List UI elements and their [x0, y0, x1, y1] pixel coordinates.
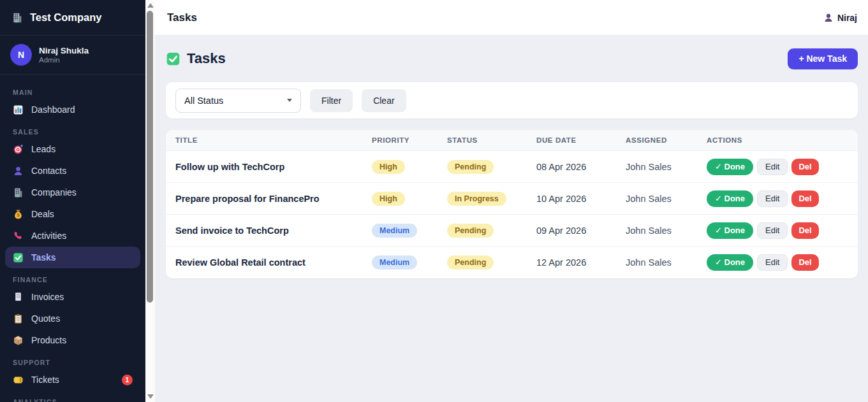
sidebar-item-label: Tasks — [31, 252, 56, 262]
sidebar-item-tasks[interactable]: Tasks — [5, 247, 140, 268]
task-title: Prepare proposal for FinancePro — [166, 183, 362, 215]
sidebar-item-contacts[interactable]: Contacts — [0, 160, 145, 182]
moneybag-icon: $ — [13, 209, 24, 220]
sidebar-item-deals[interactable]: $ Deals — [0, 203, 145, 225]
dashboard-icon — [13, 104, 24, 115]
assigned-to: John Sales — [616, 151, 697, 183]
done-button[interactable]: ✓ Done — [707, 222, 753, 239]
status-badge: Pending — [447, 160, 494, 174]
user-icon — [823, 13, 834, 23]
row-actions: ✓ Done Edit Del — [707, 254, 848, 271]
priority-badge: Medium — [372, 224, 417, 238]
column-header-assigned: ASSIGNED — [616, 130, 697, 151]
filter-bar: All Status Filter Clear — [166, 82, 858, 118]
section-label-support: SUPPORT — [0, 351, 145, 369]
sidebar-item-tickets[interactable]: Tickets 1 — [0, 369, 145, 391]
main-area: Tasks Niraj Tasks + New Task All Status … — [155, 0, 868, 402]
topbar-user-menu[interactable]: Niraj — [823, 13, 857, 23]
sidebar-item-label: Tickets — [31, 375, 59, 385]
user-info: Niraj Shukla Admin — [39, 46, 89, 64]
edit-button[interactable]: Edit — [757, 159, 788, 175]
sidebar-item-invoices[interactable]: Invoices — [0, 286, 145, 308]
target-icon — [13, 144, 24, 155]
clipboard-icon — [13, 313, 24, 324]
page-title: Tasks — [187, 50, 226, 67]
sidebar-item-label: Contacts — [31, 166, 66, 176]
sidebar-item-label: Invoices — [31, 292, 64, 302]
sidebar-item-label: Dashboard — [31, 104, 75, 115]
topbar: Tasks Niraj — [155, 0, 868, 36]
ticket-icon — [13, 375, 24, 385]
check-icon — [13, 252, 24, 263]
table-row: Send invoice to TechCorp Medium Pending … — [166, 215, 858, 247]
delete-button[interactable]: Del — [791, 222, 818, 239]
table-row: Prepare proposal for FinancePro High In … — [166, 183, 858, 215]
company-name: Test Company — [30, 11, 101, 24]
filter-button[interactable]: Filter — [310, 89, 353, 112]
edit-button[interactable]: Edit — [757, 254, 788, 271]
sidebar-item-label: Deals — [31, 209, 54, 219]
scroll-up-arrow-icon[interactable] — [147, 3, 154, 8]
delete-button[interactable]: Del — [791, 254, 818, 271]
user-card[interactable]: N Niraj Shukla Admin — [0, 36, 145, 75]
delete-button[interactable]: Del — [791, 190, 818, 207]
package-icon — [13, 335, 24, 346]
done-button[interactable]: ✓ Done — [707, 159, 753, 175]
section-label-analytics: ANALYTICS — [0, 391, 145, 402]
task-title: Review Global Retail contract — [166, 247, 362, 278]
scroll-down-arrow-icon[interactable] — [147, 394, 154, 399]
user-name: Niraj Shukla — [39, 46, 89, 57]
edit-button[interactable]: Edit — [757, 190, 788, 207]
sidebar-item-leads[interactable]: Leads — [0, 138, 145, 160]
section-label-sales: SALES — [0, 120, 145, 138]
topbar-user-name: Niraj — [837, 13, 857, 23]
sidebar-item-label: Companies — [31, 187, 77, 197]
row-actions: ✓ Done Edit Del — [707, 222, 848, 239]
new-task-button[interactable]: + New Task — [788, 48, 858, 69]
sidebar-item-label: Leads — [31, 144, 55, 154]
status-badge: Pending — [447, 224, 494, 238]
table-row: Follow up with TechCorp High Pending 08 … — [166, 151, 858, 183]
edit-button[interactable]: Edit — [757, 222, 788, 239]
table-header-row: TITLE PRIORITY STATUS DUE DATE ASSIGNED … — [166, 130, 858, 151]
task-title: Follow up with TechCorp — [166, 151, 362, 183]
sidebar-item-products[interactable]: Products — [0, 329, 145, 351]
phone-icon — [13, 231, 24, 241]
sidebar-item-label: Products — [31, 335, 66, 345]
column-header-status: STATUS — [438, 130, 527, 151]
sidebar-item-dashboard[interactable]: Dashboard — [0, 99, 145, 120]
sidebar-item-companies[interactable]: Companies — [0, 182, 145, 203]
sidebar-item-activities[interactable]: Activities — [0, 225, 145, 247]
status-filter-value: All Status — [184, 96, 223, 106]
section-label-main: MAIN — [0, 81, 145, 99]
clear-button[interactable]: Clear — [362, 89, 406, 112]
task-title: Send invoice to TechCorp — [166, 215, 362, 247]
due-date: 09 Apr 2026 — [527, 215, 616, 247]
status-filter-select[interactable]: All Status — [175, 89, 301, 113]
due-date: 08 Apr 2026 — [527, 151, 616, 183]
due-date: 10 Apr 2026 — [527, 183, 616, 215]
assigned-to: John Sales — [616, 183, 697, 215]
user-role: Admin — [39, 56, 89, 64]
scrollbar-thumb[interactable] — [147, 11, 153, 303]
receipt-icon — [13, 292, 24, 303]
sidebar-item-quotes[interactable]: Quotes — [0, 308, 145, 329]
tasks-table: TITLE PRIORITY STATUS DUE DATE ASSIGNED … — [166, 130, 858, 278]
tasks-table-card: TITLE PRIORITY STATUS DUE DATE ASSIGNED … — [166, 130, 858, 278]
chevron-down-icon — [287, 99, 292, 102]
due-date: 12 Apr 2026 — [527, 247, 616, 278]
delete-button[interactable]: Del — [791, 159, 818, 175]
building-icon — [13, 187, 24, 198]
avatar: N — [10, 44, 32, 66]
sidebar-scrollbar[interactable] — [145, 0, 155, 402]
assigned-to: John Sales — [616, 247, 697, 278]
done-button[interactable]: ✓ Done — [707, 190, 753, 207]
page-head: Tasks + New Task — [166, 46, 858, 71]
status-badge: In Progress — [447, 192, 506, 206]
section-label-finance: FINANCE — [0, 268, 145, 286]
column-header-title: TITLE — [166, 130, 362, 151]
assigned-to: John Sales — [616, 215, 697, 247]
column-header-due-date: DUE DATE — [527, 130, 616, 151]
tickets-count-badge: 1 — [122, 375, 133, 385]
done-button[interactable]: ✓ Done — [707, 254, 753, 271]
